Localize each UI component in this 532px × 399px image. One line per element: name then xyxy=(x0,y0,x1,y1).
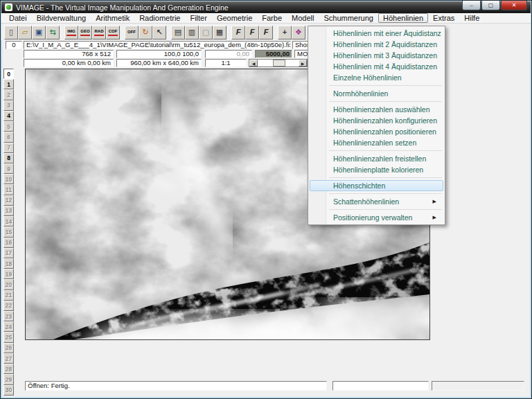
menubar-item-arithmetik[interactable]: Arithmetik xyxy=(91,13,134,23)
menu-separator xyxy=(329,209,442,210)
zoom-ratio-field[interactable]: 1:1 xyxy=(205,59,247,67)
function-2-button[interactable]: F xyxy=(245,26,259,39)
red-underline xyxy=(108,35,118,36)
menu-item-einzelne-h-henlinien[interactable]: Einzelne Höhenlinien xyxy=(310,72,443,83)
image-slot-8[interactable]: 8 xyxy=(3,153,14,163)
save-icon-glyph: ▣ xyxy=(35,28,42,36)
crosshair-icon[interactable]: + xyxy=(278,26,292,39)
image-slot-11[interactable]: 11 xyxy=(3,184,14,195)
scroll-right-icon[interactable]: ▶ xyxy=(299,60,307,66)
image-slot-20[interactable]: 20 xyxy=(3,279,14,290)
image-slot-24[interactable]: 24 xyxy=(3,321,14,332)
menu-item-h-henlinien-mit-3-quidistanzen[interactable]: Höhenlinien mit 3 Äquidistanzen xyxy=(310,50,443,61)
menubar-item-bildverwaltung[interactable]: Bildverwaltung xyxy=(32,13,91,23)
image-slot-29[interactable]: 29 xyxy=(3,374,14,384)
menubar-item-modell[interactable]: Modell xyxy=(287,13,319,23)
menu-item-normh-henlinien[interactable]: Normhöhenlinien xyxy=(310,88,443,99)
close-button[interactable]: ✕ xyxy=(501,1,527,10)
app-icon xyxy=(5,3,12,11)
open-folder-icon[interactable]: ▱ xyxy=(18,26,32,39)
table-list-icon[interactable]: ▤ xyxy=(171,26,185,39)
image-slot-0[interactable]: 0 xyxy=(3,69,14,79)
menubar-item-datei[interactable]: Datei xyxy=(4,13,32,23)
menu-item-h-henlinienzahlen-konfigurieren[interactable]: Höhenlinienzahlen konfigurieren xyxy=(310,115,443,126)
red-underline xyxy=(80,35,90,36)
scroll-track[interactable] xyxy=(258,60,299,66)
function-3-button[interactable]: F xyxy=(259,26,273,39)
image-slot-15[interactable]: 15 xyxy=(3,227,14,237)
menubar-item-hilfe[interactable]: Hilfe xyxy=(459,13,484,23)
menu-item-h-henlinienplatte-kolorieren[interactable]: Höhenlinienplatte kolorieren xyxy=(310,164,443,175)
rad-button[interactable]: RAD xyxy=(92,26,106,39)
image-slot-sidebar: 0123456789101112131415161718192021222324… xyxy=(3,69,14,396)
cursor-icon[interactable]: ↖ xyxy=(152,26,166,39)
image-slot-18[interactable]: 18 xyxy=(3,258,14,269)
max-value-field[interactable]: 5000,00 xyxy=(255,50,292,58)
image-slot-9[interactable]: 9 xyxy=(3,163,14,174)
image-slot-30[interactable]: 30 xyxy=(3,385,14,396)
menu-item-h-henlinienzahlen-positionieren[interactable]: Höhenlinienzahlen positionieren xyxy=(310,126,443,137)
palette-icon[interactable]: ❖ xyxy=(292,26,305,39)
menu-item-schattenh-henlinien[interactable]: Schattenhöhenlinien▶ xyxy=(310,196,443,207)
function-1-button[interactable]: F xyxy=(231,26,245,39)
img-button[interactable]: IMG xyxy=(64,26,78,39)
menubar-item-extras[interactable]: Extras xyxy=(428,13,459,23)
image-slot-21[interactable]: 21 xyxy=(3,290,14,301)
off-button[interactable]: OFF xyxy=(125,26,139,39)
menu-item-h-henlinien-mit-2-quidistanzen[interactable]: Höhenlinien mit 2 Äquidistanzen xyxy=(310,39,443,50)
rad-button-glyph: RAD xyxy=(95,29,104,34)
menu-item-h-henlinienzahlen-setzen[interactable]: Höhenlinienzahlen setzen xyxy=(310,137,443,148)
maximize-button[interactable]: ▢ xyxy=(481,1,500,10)
image-slot-16[interactable]: 16 xyxy=(3,238,14,248)
table-grid-icon[interactable]: ▦ xyxy=(213,26,227,39)
image-slot-2[interactable]: 2 xyxy=(3,89,14,100)
menubar-item-filter[interactable]: Filter xyxy=(185,13,211,23)
image-slot-3[interactable]: 3 xyxy=(3,100,14,111)
menu-item-h-henlinienzahlen-ausw-hlen[interactable]: Höhenlinienzahlen auswählen xyxy=(310,104,443,115)
menubar-item-schummerung[interactable]: Schummerung xyxy=(319,13,378,23)
image-slot-13[interactable]: 13 xyxy=(3,206,14,216)
file-path-field[interactable]: E:\V_I_M_A_G_E___4_1\VIMAGE_PAGE\tutoria… xyxy=(24,41,291,49)
crosshair-icon-glyph: + xyxy=(283,28,287,36)
new-document-icon[interactable]: ▯ xyxy=(4,26,18,39)
menu-item-positionierung-verwalten[interactable]: Positionierung verwalten▶ xyxy=(310,212,443,223)
menu-item-h-henlinien-mit-4-quidistanzen[interactable]: Höhenlinien mit 4 Äquidistanzen xyxy=(310,61,443,72)
image-slot-27[interactable]: 27 xyxy=(3,353,14,364)
minimize-button[interactable]: – xyxy=(462,1,481,10)
image-slot-6[interactable]: 6 xyxy=(3,132,14,142)
image-slot-23[interactable]: 23 xyxy=(3,311,14,321)
menu-item-h-henlinien-mit-einer-quidistanz[interactable]: Höhenlinien mit einer Äquidistanz xyxy=(310,28,443,39)
geo-button[interactable]: GEO xyxy=(78,26,92,39)
import-export-icon[interactable]: ⇆ xyxy=(46,26,60,39)
menu-item-h-henschichten[interactable]: Höhenschichten xyxy=(310,180,443,191)
menubar-item-geometrie[interactable]: Geometrie xyxy=(212,13,257,23)
image-slot-5[interactable]: 5 xyxy=(3,121,14,132)
image-slot-7[interactable]: 7 xyxy=(3,143,14,153)
image-slot-19[interactable]: 19 xyxy=(3,269,14,279)
image-slot-14[interactable]: 14 xyxy=(3,216,14,227)
image-slot-22[interactable]: 22 xyxy=(3,301,14,311)
menubar-item-farbe[interactable]: Farbe xyxy=(257,13,287,23)
menubar-item-radiometrie[interactable]: Radiometrie xyxy=(134,13,185,23)
image-slot-12[interactable]: 12 xyxy=(3,195,14,206)
scroll-thumb[interactable] xyxy=(273,60,285,66)
geo-button-glyph: GEO xyxy=(80,29,89,34)
menubar-item-h-henlinien[interactable]: Höhenlinien xyxy=(378,13,428,23)
submenu-arrow-icon: ▶ xyxy=(433,199,436,204)
image-slot-25[interactable]: 25 xyxy=(3,332,14,342)
table-blank-icon[interactable]: ▢ xyxy=(199,26,213,39)
cof-button[interactable]: COF xyxy=(106,26,120,39)
menu-item-h-henlinienzahlen-freistellen[interactable]: Höhenlinienzahlen freistellen xyxy=(310,153,443,164)
table-form-icon[interactable]: ▥ xyxy=(185,26,199,39)
scroll-left-icon[interactable]: ◀ xyxy=(249,60,258,66)
image-slot-26[interactable]: 26 xyxy=(3,343,14,353)
refresh-icon[interactable]: ↻ xyxy=(139,26,152,39)
save-icon[interactable]: ▣ xyxy=(32,26,46,39)
function-3-button-glyph: F xyxy=(264,28,269,36)
image-slot-1[interactable]: 1 xyxy=(3,79,14,89)
image-slot-17[interactable]: 17 xyxy=(3,248,14,258)
horizontal-scrollbar[interactable]: ◀ ▶ xyxy=(249,59,308,67)
image-slot-4[interactable]: 4 xyxy=(3,111,14,121)
image-slot-28[interactable]: 28 xyxy=(3,364,14,374)
image-slot-10[interactable]: 10 xyxy=(3,174,14,184)
